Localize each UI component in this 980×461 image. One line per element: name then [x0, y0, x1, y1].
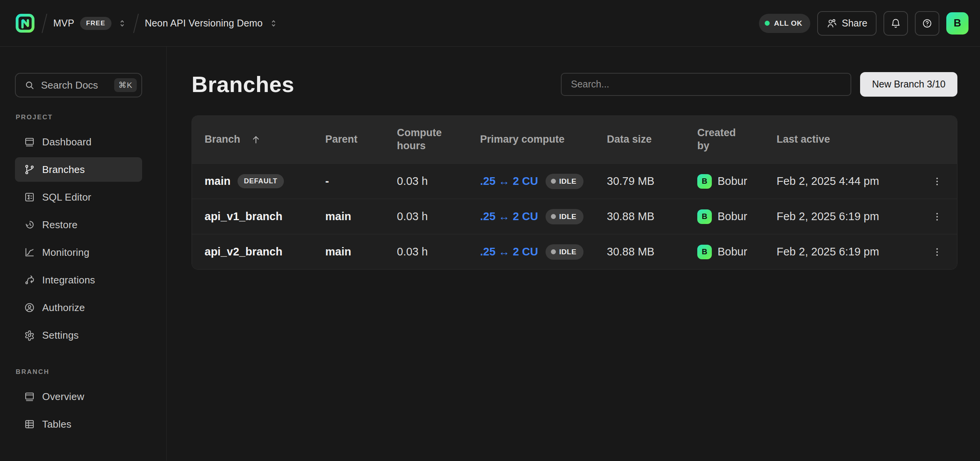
project-name: Neon API Versioning Demo [145, 18, 263, 29]
compute-hours-cell: 0.03 h [397, 210, 480, 223]
compute-size-link[interactable]: .25 ↔ 2 CU [480, 175, 538, 188]
kebab-icon [931, 176, 943, 187]
monitoring-icon [24, 247, 35, 258]
compute-state-label: IDLE [559, 177, 577, 186]
column-header-compute-hours[interactable]: Compute hours [397, 127, 480, 153]
row-actions-button[interactable] [926, 206, 948, 227]
sidebar-item-label: Monitoring [42, 247, 89, 258]
branch-cell: api_v2_branch [205, 245, 325, 258]
search-icon [24, 80, 35, 91]
column-label: Data size [607, 133, 652, 146]
chevrons-up-down-icon[interactable] [269, 18, 279, 28]
column-header-primary-compute[interactable]: Primary compute [480, 133, 607, 146]
sidebar: Search Docs ⌘K PROJECTDashboardBranchesS… [0, 47, 167, 461]
compute-state-label: IDLE [559, 248, 577, 256]
creator-avatar: B [697, 209, 712, 224]
sidebar-section-label: PROJECT [16, 114, 142, 121]
chevrons-up-down-icon[interactable] [117, 18, 127, 28]
created-by-cell: B Bobur [697, 209, 777, 224]
sort-ascending-icon[interactable] [250, 134, 262, 145]
created-by-cell: B Bobur [697, 174, 777, 189]
sidebar-item-dashboard[interactable]: Dashboard [15, 130, 142, 154]
row-actions-button[interactable] [926, 171, 948, 192]
sidebar-item-integrations[interactable]: Integrations [15, 268, 142, 292]
creator-avatar: B [697, 245, 712, 259]
plan-badge: FREE [80, 17, 111, 30]
share-label: Share [842, 18, 867, 29]
docs-search-placeholder: Search Docs [41, 79, 114, 91]
user-avatar[interactable]: B [946, 12, 969, 35]
compute-hours-cell: 0.03 h [397, 245, 480, 258]
neon-logo-icon[interactable] [15, 13, 36, 34]
column-header-created-by[interactable]: Created by [697, 127, 777, 153]
column-header-branch[interactable]: Branch [205, 133, 325, 146]
sidebar-item-label: Tables [42, 418, 71, 430]
sidebar-item-label: Branches [42, 164, 85, 176]
table-row-api-v2-branch[interactable]: api_v2_branch main0.03 h .25 ↔ 2 CU IDLE… [192, 234, 957, 269]
tables-icon [24, 418, 35, 430]
idle-dot-icon [551, 249, 556, 254]
sidebar-item-settings[interactable]: Settings [15, 323, 142, 347]
compute-size-link[interactable]: .25 ↔ 2 CU [480, 210, 538, 223]
creator-name: Bobur [718, 175, 747, 188]
sidebar-item-restore[interactable]: Restore [15, 212, 142, 237]
sidebar-item-label: SQL Editor [42, 191, 91, 203]
help-button[interactable] [915, 11, 939, 36]
table-body: main DEFAULT -0.03 h .25 ↔ 2 CU IDLE 30.… [192, 163, 957, 269]
new-branch-button[interactable]: New Branch 3/10 [860, 72, 957, 97]
sidebar-item-label: Integrations [42, 274, 95, 286]
notifications-button[interactable] [883, 11, 908, 36]
compute-state-badge: IDLE [546, 244, 583, 260]
compute-size-link[interactable]: .25 ↔ 2 CU [480, 245, 538, 258]
share-button[interactable]: Share [817, 11, 877, 36]
status-label: ALL OK [774, 19, 802, 28]
status-ok-dot [765, 21, 770, 26]
sidebar-section-label: BRANCH [16, 368, 142, 376]
org-name: MVP [53, 18, 74, 29]
parent-cell: main [325, 245, 397, 258]
bell-icon [890, 18, 901, 29]
column-header-parent[interactable]: Parent [325, 133, 397, 146]
dashboard-icon [24, 136, 35, 148]
primary-compute-cell: .25 ↔ 2 CU IDLE [480, 209, 607, 224]
column-label: Branch [205, 133, 240, 146]
compute-state-label: IDLE [559, 212, 577, 221]
default-badge: DEFAULT [238, 174, 284, 188]
keyboard-shortcut-badge: ⌘K [114, 78, 137, 92]
breadcrumb-divider [42, 13, 48, 33]
sidebar-item-branches[interactable]: Branches [15, 157, 142, 182]
authorize-icon [24, 302, 35, 313]
sidebar-item-tables[interactable]: Tables [15, 412, 142, 436]
column-header-data-size[interactable]: Data size [607, 133, 697, 146]
primary-compute-cell: .25 ↔ 2 CU IDLE [480, 244, 607, 260]
sidebar-item-monitoring[interactable]: Monitoring [15, 240, 142, 265]
breadcrumb-divider [133, 13, 139, 33]
overview-icon [24, 391, 35, 402]
data-size-cell: 30.88 MB [607, 210, 697, 223]
table-row-main[interactable]: main DEFAULT -0.03 h .25 ↔ 2 CU IDLE 30.… [192, 163, 957, 199]
project-breadcrumb[interactable]: Neon API Versioning Demo [145, 18, 279, 29]
status-badge[interactable]: ALL OK [759, 14, 810, 33]
last-active-cell: Feb 2, 2025 6:19 pm [777, 210, 920, 223]
column-label: Compute hours [397, 127, 447, 153]
main-content: Branches New Branch 3/10 BranchParentCom… [167, 47, 980, 461]
sidebar-item-authorize[interactable]: Authorize [15, 295, 142, 320]
idle-dot-icon [551, 179, 556, 184]
row-actions-button[interactable] [926, 241, 948, 263]
sidebar-item-label: Settings [42, 329, 79, 341]
table-header-row: BranchParentCompute hoursPrimary compute… [192, 116, 957, 163]
sidebar-item-sql-editor[interactable]: SQL Editor [15, 185, 142, 209]
sql-editor-icon [24, 191, 35, 203]
data-size-cell: 30.79 MB [607, 175, 697, 188]
branch-search-input[interactable] [561, 73, 851, 96]
org-breadcrumb[interactable]: MVP FREE [53, 17, 127, 30]
docs-search[interactable]: Search Docs ⌘K [15, 73, 142, 97]
idle-dot-icon [551, 214, 556, 219]
table-row-api-v1-branch[interactable]: api_v1_branch main0.03 h .25 ↔ 2 CU IDLE… [192, 199, 957, 234]
column-header-last-active[interactable]: Last active [777, 133, 920, 146]
sidebar-item-overview[interactable]: Overview [15, 384, 142, 409]
column-label: Parent [325, 133, 357, 146]
last-active-cell: Feb 2, 2025 6:19 pm [777, 245, 920, 258]
topbar: MVP FREE Neon API Versioning Demo ALL OK… [0, 0, 980, 47]
creator-name: Bobur [718, 210, 747, 223]
